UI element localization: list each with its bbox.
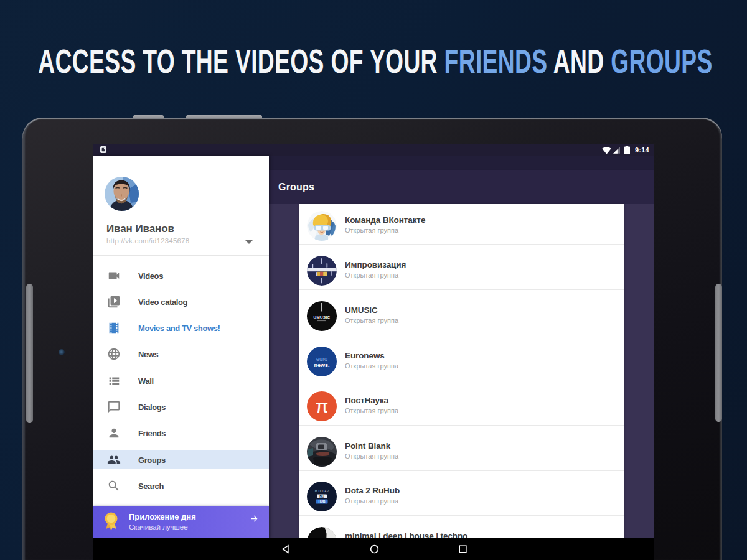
svg-text:UMUSIC: UMUSIC [314,314,331,319]
svg-text:HUB: HUB [318,500,325,504]
svg-text:news.: news. [314,362,329,368]
svg-text:RU: RU [319,495,324,498]
svg-text:π: π [316,396,329,416]
svg-text:⚙ DOTA 2: ⚙ DOTA 2 [315,490,329,493]
svg-text:euro: euro [316,356,327,362]
